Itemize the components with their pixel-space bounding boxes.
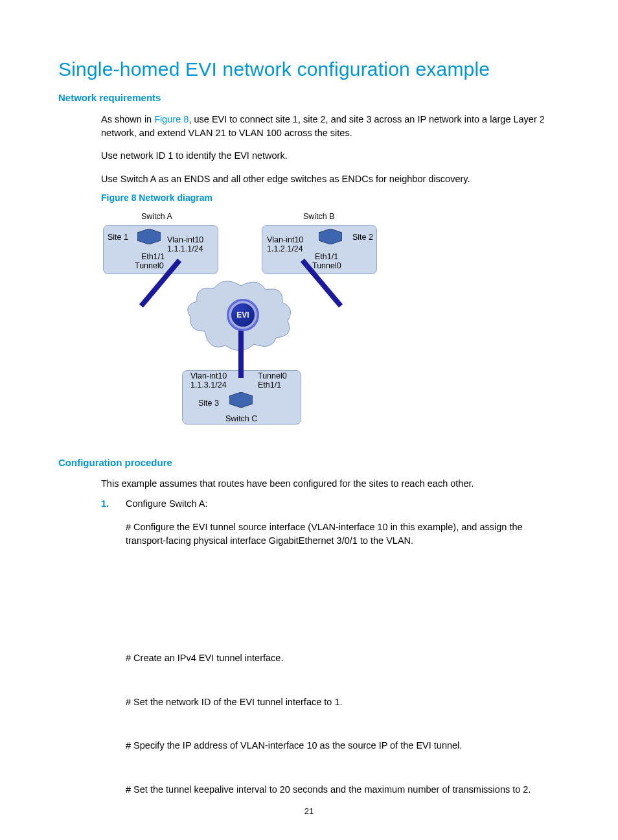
step-1-label: Configure Switch A:	[126, 497, 208, 511]
step-1d: # Specify the IP address of VLAN-interfa…	[126, 739, 560, 752]
label-vlan-b-2: 1.1.2.1/24	[267, 244, 303, 253]
label-tun-a: Tunnel0	[135, 261, 164, 270]
figure-8-link[interactable]: Figure 8	[154, 114, 189, 124]
step-1c: # Set the network ID of the EVI tunnel i…	[126, 695, 560, 709]
svg-marker-1	[319, 229, 342, 244]
svg-marker-2	[229, 392, 253, 408]
step-1a: # Configure the EVI tunnel source interf…	[126, 520, 560, 548]
step-1-number: 1.	[101, 497, 126, 511]
step-1b: # Create an IPv4 EVI tunnel interface.	[126, 651, 560, 665]
network-diagram: EVI Switch A Site 1 Vlan-int10 1.1.1.1/2…	[101, 207, 380, 434]
label-vlan-c-1: Vlan-int10	[190, 371, 227, 380]
para-network-req-3: Use Switch A as an ENDS and all other ed…	[101, 172, 560, 186]
label-vlan-a-1: Vlan-int10	[167, 235, 203, 244]
para-conf-intro: This example assumes that routes have be…	[101, 477, 560, 491]
label-switch-a: Switch A	[141, 212, 172, 221]
switch-icon	[137, 229, 161, 244]
label-eth-b: Eth1/1	[315, 252, 338, 261]
label-eth-c: Eth1/1	[258, 380, 281, 390]
switch-icon	[229, 392, 253, 408]
label-tun-c: Tunnel0	[258, 371, 287, 380]
label-tun-b: Tunnel0	[312, 261, 341, 270]
figure-caption: Figure 8 Network diagram	[101, 192, 560, 203]
switch-icon	[319, 229, 342, 244]
label-vlan-a-2: 1.1.1.1/24	[167, 244, 203, 253]
para-network-req-1: As shown in Figure 8, use EVI to connect…	[101, 113, 560, 140]
heading-network-requirements: Network requirements	[58, 92, 560, 103]
label-eth-a: Eth1/1	[141, 252, 165, 261]
evi-badge: EVI	[227, 299, 259, 331]
page-title: Single-homed EVI network configuration e…	[58, 58, 560, 80]
step-1: 1. Configure Switch A:	[101, 497, 560, 511]
label-switch-c: Switch C	[225, 414, 257, 423]
label-switch-b: Switch B	[303, 212, 335, 221]
page-number: 21	[0, 806, 618, 816]
heading-configuration-procedure: Configuration procedure	[58, 457, 560, 468]
svg-marker-0	[137, 229, 161, 244]
label-site-3: Site 3	[198, 399, 219, 408]
label-site-1: Site 1	[108, 233, 128, 242]
para1-pre: As shown in	[101, 114, 154, 124]
label-vlan-b-1: Vlan-int10	[267, 235, 303, 244]
label-site-2: Site 2	[352, 233, 373, 242]
step-1e: # Set the tunnel keepalive interval to 2…	[126, 783, 560, 797]
para-network-req-2: Use network ID 1 to identify the EVI net…	[101, 149, 560, 163]
label-vlan-c-2: 1.1.3.1/24	[190, 380, 227, 390]
